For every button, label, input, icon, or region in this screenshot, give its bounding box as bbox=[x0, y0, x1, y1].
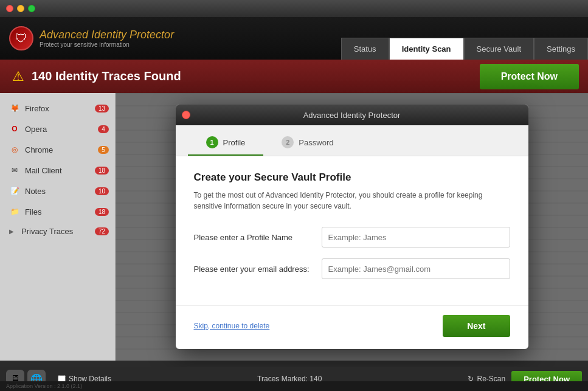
chrome-icon: ◎ bbox=[9, 144, 20, 155]
modal-close-button[interactable] bbox=[182, 111, 190, 119]
sidebar-label-notes: Notes bbox=[25, 187, 46, 196]
version-text: Application Version : 2.1.0 (2.1) bbox=[6, 383, 82, 389]
nav-tabs: Status Identity Scan Secure Vault Settin… bbox=[341, 17, 588, 60]
tab-settings[interactable]: Settings bbox=[534, 38, 588, 60]
sidebar-item-chrome[interactable]: ◎ Chrome 5 bbox=[0, 139, 115, 160]
sidebar-label-privacy: Privacy Traces bbox=[21, 227, 73, 236]
modal-title: Advanced Identity Protector bbox=[303, 111, 401, 120]
tab-profile-label: Profile bbox=[223, 138, 246, 147]
mail-icon: ✉ bbox=[9, 165, 20, 176]
logo-rest: Identity Protector bbox=[88, 29, 174, 41]
sidebar-label-firefox: Firefox bbox=[25, 104, 49, 113]
tab-status[interactable]: Status bbox=[341, 38, 389, 60]
maximize-button[interactable] bbox=[28, 5, 35, 12]
files-badge: 18 bbox=[95, 208, 109, 216]
firefox-badge: 13 bbox=[95, 105, 109, 112]
modal-body: Create your Secure Vault Profile To get … bbox=[176, 156, 528, 305]
sidebar: 🦊 Firefox 13 O Opera 4 ◎ Chrome 5 ✉ Mail… bbox=[0, 93, 116, 361]
notes-icon: 📝 bbox=[9, 185, 20, 196]
logo-italic: Advanced bbox=[40, 29, 88, 41]
profile-name-input[interactable] bbox=[322, 227, 510, 247]
profile-name-label: Please enter a Profile Name bbox=[194, 233, 322, 242]
email-label: Please enter your email address: bbox=[194, 265, 322, 274]
app-header: 🛡 Advanced Identity Protector Protect yo… bbox=[0, 17, 588, 60]
alert-banner: ⚠ 140 Identity Traces Found Protect Now bbox=[0, 60, 588, 93]
firefox-icon: 🦊 bbox=[9, 103, 20, 114]
logo-text: Advanced Identity Protector Protect your… bbox=[40, 29, 174, 48]
modal-footer: Skip, continue to delete Next bbox=[176, 305, 528, 349]
logo-subtitle: Protect your sensitive information bbox=[40, 41, 174, 48]
app-logo: 🛡 Advanced Identity Protector Protect yo… bbox=[9, 26, 174, 50]
modal-tab-password[interactable]: 2 Password bbox=[263, 131, 351, 156]
privacy-badge: 72 bbox=[95, 227, 109, 235]
modal-tabs: 1 Profile 2 Password bbox=[176, 125, 528, 156]
mail-badge: 18 bbox=[95, 167, 109, 175]
title-bar bbox=[0, 0, 588, 17]
sidebar-label-mail: Mail Client bbox=[25, 166, 62, 175]
sidebar-item-files[interactable]: 📁 Files 18 bbox=[0, 201, 115, 222]
next-button[interactable]: Next bbox=[443, 315, 510, 337]
app-version-bar: Application Version : 2.1.0 (2.1) bbox=[0, 381, 588, 391]
main-content: 🦊 Firefox 13 O Opera 4 ◎ Chrome 5 ✉ Mail… bbox=[0, 93, 588, 361]
close-button[interactable] bbox=[6, 5, 13, 12]
content-area: Advanced Identity Protector 1 Profile 2 … bbox=[116, 93, 588, 361]
warning-icon: ⚠ bbox=[12, 69, 24, 85]
modal-dialog: Advanced Identity Protector 1 Profile 2 … bbox=[176, 105, 528, 349]
modal-description: To get the most out of Advanced Identity… bbox=[194, 190, 510, 212]
tab-profile-num: 1 bbox=[206, 136, 218, 148]
tab-secure-vault[interactable]: Secure Vault bbox=[464, 38, 534, 60]
notes-badge: 10 bbox=[95, 187, 109, 195]
files-icon: 📁 bbox=[9, 206, 20, 217]
sidebar-label-chrome: Chrome bbox=[25, 145, 53, 154]
modal-heading: Create your Secure Vault Profile bbox=[194, 171, 510, 184]
sidebar-item-notes[interactable]: 📝 Notes 10 bbox=[0, 181, 115, 201]
profile-name-row: Please enter a Profile Name bbox=[194, 227, 510, 247]
tab-password-label: Password bbox=[299, 138, 333, 147]
sidebar-item-opera[interactable]: O Opera 4 bbox=[0, 119, 115, 139]
sidebar-item-privacy-traces[interactable]: ▶ Privacy Traces 72 bbox=[0, 222, 115, 241]
sidebar-item-mail-client[interactable]: ✉ Mail Client 18 bbox=[0, 160, 115, 181]
modal-overlay: Advanced Identity Protector 1 Profile 2 … bbox=[116, 93, 588, 361]
tab-identity-scan[interactable]: Identity Scan bbox=[389, 38, 464, 60]
alert-left: ⚠ 140 Identity Traces Found bbox=[12, 69, 181, 85]
modal-tab-profile[interactable]: 1 Profile bbox=[188, 131, 264, 156]
modal-titlebar: Advanced Identity Protector bbox=[176, 105, 528, 125]
minimize-button[interactable] bbox=[17, 5, 24, 12]
sidebar-label-opera: Opera bbox=[25, 125, 47, 134]
skip-link[interactable]: Skip, continue to delete bbox=[194, 322, 270, 330]
sidebar-item-firefox[interactable]: 🦊 Firefox 13 bbox=[0, 98, 115, 119]
opera-badge: 4 bbox=[98, 125, 109, 133]
opera-icon: O bbox=[9, 123, 20, 134]
sidebar-label-files: Files bbox=[25, 207, 41, 216]
logo-icon: 🛡 bbox=[9, 26, 33, 50]
protect-now-button[interactable]: Protect Now bbox=[480, 64, 579, 89]
email-row: Please enter your email address: bbox=[194, 258, 510, 279]
email-input[interactable] bbox=[322, 258, 510, 279]
chrome-badge: 5 bbox=[98, 146, 109, 154]
alert-text: 140 Identity Traces Found bbox=[32, 69, 181, 83]
logo-title: Advanced Identity Protector bbox=[40, 29, 174, 41]
expand-icon: ▶ bbox=[9, 228, 14, 235]
tab-password-num: 2 bbox=[282, 136, 294, 148]
